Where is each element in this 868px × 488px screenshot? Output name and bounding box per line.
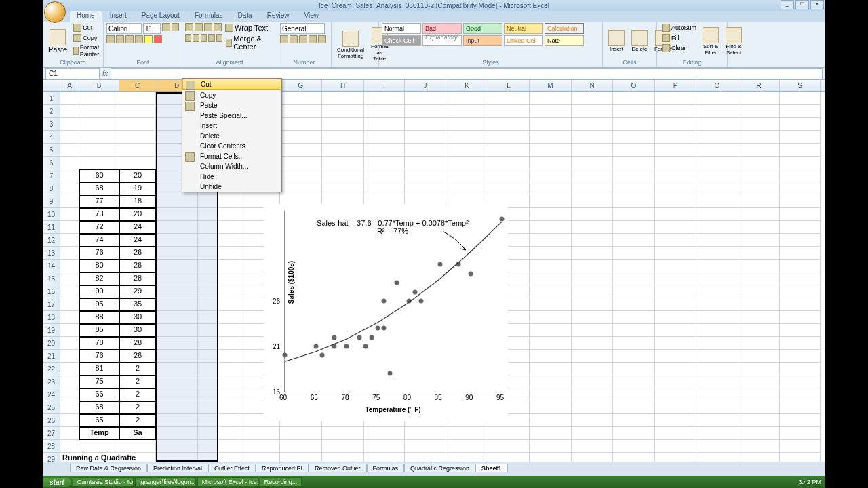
cell-D21[interactable] — [156, 195, 198, 208]
cell-O28[interactable] — [613, 105, 655, 118]
row-header-29[interactable]: 29 — [43, 453, 60, 462]
cell-I25[interactable] — [364, 144, 405, 157]
cell-N6[interactable] — [572, 388, 613, 401]
row-header-24[interactable]: 24 — [43, 388, 60, 401]
cell-E14[interactable] — [198, 285, 239, 298]
cell-S27[interactable] — [780, 118, 821, 131]
cell-R23[interactable] — [738, 169, 780, 182]
cell-J29[interactable] — [405, 92, 446, 105]
cell-D20[interactable] — [156, 208, 198, 221]
find-select-button[interactable]: Find & Select — [723, 23, 745, 59]
cell-B17[interactable]: 76 — [79, 247, 119, 260]
cell-I27[interactable] — [364, 118, 405, 131]
cell-Q2[interactable] — [696, 440, 738, 453]
cell-C27[interactable] — [119, 118, 156, 131]
cell-I29[interactable] — [364, 92, 405, 105]
autosum-button[interactable]: AutoSum — [660, 23, 698, 33]
cell-S6[interactable] — [780, 388, 821, 401]
cell-A19[interactable] — [60, 221, 79, 234]
column-header-M[interactable]: M — [530, 80, 572, 92]
row-header-11[interactable]: 11 — [43, 221, 60, 234]
cell-K3[interactable] — [446, 427, 488, 440]
cell-K25[interactable] — [446, 144, 488, 157]
cell-A15[interactable] — [60, 272, 79, 285]
context-menu-clear-contents[interactable]: Clear Contents — [182, 141, 281, 151]
cell-Q13[interactable] — [696, 298, 738, 311]
cell-C13[interactable]: 35 — [119, 298, 156, 311]
cell-M13[interactable] — [530, 298, 572, 311]
cell-M11[interactable] — [530, 324, 572, 337]
cell-I23[interactable] — [364, 169, 405, 182]
clear-button[interactable]: Clear — [660, 43, 698, 53]
cell-I26[interactable] — [364, 131, 405, 144]
cell-M12[interactable] — [530, 311, 572, 324]
cell-A11[interactable] — [60, 324, 79, 337]
cell-E13[interactable] — [198, 298, 239, 311]
cell-E4[interactable] — [198, 414, 239, 427]
cell-S7[interactable] — [780, 375, 821, 388]
cell-S22[interactable] — [780, 182, 821, 195]
cell-B9[interactable]: 76 — [79, 350, 119, 363]
cell-N9[interactable] — [572, 350, 613, 363]
cell-O9[interactable] — [613, 350, 655, 363]
cell-C11[interactable]: 30 — [119, 324, 156, 337]
context-menu-delete[interactable]: Delete — [182, 131, 281, 141]
cell-R6[interactable] — [738, 388, 780, 401]
cell-C19[interactable]: 24 — [119, 221, 156, 234]
ribbon-tab-insert[interactable]: Insert — [103, 11, 134, 22]
row-header-13[interactable]: 13 — [43, 247, 60, 260]
cell-style-note[interactable]: Note — [545, 35, 584, 46]
cell-A10[interactable] — [60, 337, 79, 350]
cell-D9[interactable] — [156, 350, 198, 363]
bold-icon[interactable] — [106, 35, 115, 43]
cell-A14[interactable] — [60, 285, 79, 298]
cell-O25[interactable] — [613, 144, 655, 157]
cell-M7[interactable] — [530, 375, 572, 388]
cell-L27[interactable] — [488, 118, 530, 131]
cell-C29[interactable] — [119, 92, 156, 105]
cell-D5[interactable] — [156, 401, 198, 414]
row-header-21[interactable]: 21 — [43, 350, 60, 363]
align-center-icon[interactable] — [193, 34, 199, 42]
cell-N24[interactable] — [572, 157, 613, 169]
cell-K2[interactable] — [446, 440, 488, 453]
cell-Q5[interactable] — [696, 401, 738, 414]
cell-O21[interactable] — [613, 195, 655, 208]
cell-P22[interactable] — [655, 182, 696, 195]
row-header-26[interactable]: 26 — [43, 414, 60, 427]
cell-K24[interactable] — [446, 157, 488, 169]
ribbon-tab-page-layout[interactable]: Page Layout — [135, 11, 186, 22]
cell-D2[interactable] — [156, 440, 198, 453]
cell-P10[interactable] — [655, 337, 696, 350]
cell-P6[interactable] — [655, 388, 696, 401]
cell-E11[interactable] — [198, 324, 239, 337]
cell-R8[interactable] — [738, 363, 780, 375]
cell-N22[interactable] — [572, 182, 613, 195]
cell-E7[interactable] — [198, 375, 239, 388]
cell-A2[interactable] — [60, 440, 79, 453]
cell-D19[interactable] — [156, 221, 198, 234]
cell-M4[interactable] — [530, 414, 572, 427]
cell-H24[interactable] — [322, 157, 364, 169]
cell-H1[interactable] — [322, 453, 364, 462]
cell-P4[interactable] — [655, 414, 696, 427]
cell-M17[interactable] — [530, 247, 572, 260]
cell-C1[interactable] — [119, 453, 156, 462]
cell-D6[interactable] — [156, 388, 198, 401]
cell-B3[interactable]: Temp — [79, 427, 119, 440]
cell-C10[interactable]: 28 — [119, 337, 156, 350]
cell-E5[interactable] — [198, 401, 239, 414]
cell-N5[interactable] — [572, 401, 613, 414]
cell-B28[interactable] — [79, 105, 119, 118]
cell-E6[interactable] — [198, 388, 239, 401]
cell-C28[interactable] — [119, 105, 156, 118]
cell-A5[interactable] — [60, 401, 79, 414]
cell-E16[interactable] — [198, 260, 239, 272]
sheet-tab-outlier-effect[interactable]: Outlier Effect — [208, 464, 256, 472]
column-header-R[interactable]: R — [738, 80, 780, 92]
column-header-G[interactable]: G — [280, 80, 322, 92]
cell-C12[interactable]: 30 — [119, 311, 156, 324]
column-header-L[interactable]: L — [488, 80, 530, 92]
cell-B25[interactable] — [79, 144, 119, 157]
cell-N19[interactable] — [572, 221, 613, 234]
